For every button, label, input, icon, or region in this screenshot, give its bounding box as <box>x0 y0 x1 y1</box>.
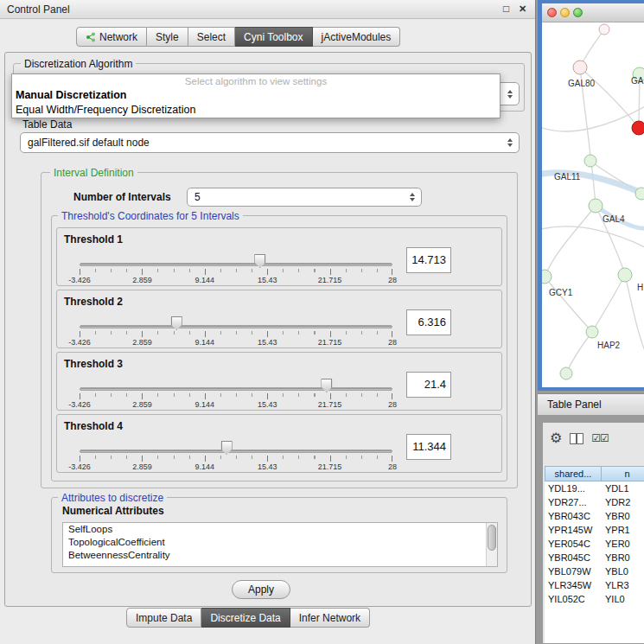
table-cell[interactable]: YIL052C <box>545 592 602 606</box>
network-node[interactable] <box>584 155 596 167</box>
tab-network[interactable]: Network <box>76 27 147 47</box>
network-node[interactable] <box>632 121 644 135</box>
column-header[interactable]: shared... <box>545 466 602 481</box>
table-panel-titlebar[interactable]: Table Panel <box>538 393 644 416</box>
table-cell[interactable]: YPR145W <box>545 523 602 537</box>
table-cell[interactable]: YER054C <box>545 537 602 551</box>
network-node[interactable] <box>589 199 603 213</box>
network-node[interactable] <box>618 268 632 282</box>
table-cell[interactable]: YBR0 <box>602 551 644 564</box>
network-node[interactable] <box>586 326 598 338</box>
network-view-window: GAL80GAGAL11GAL4GCY1HHAP2 <box>538 0 644 391</box>
tick-labels: -3.4262.8599.14415.4321.71528 <box>57 228 501 285</box>
tick-label: 15.43 <box>258 338 277 347</box>
control-panel-window: Control Panel □ ✕ Network Style Select C… <box>0 0 536 644</box>
table-data-combobox-value: galFiltered.sif default node <box>21 137 504 149</box>
table-row[interactable]: YBR045C YBR0 <box>545 551 644 564</box>
tab-infer-network[interactable]: Infer Network <box>290 608 370 628</box>
close-traffic-light-icon[interactable] <box>547 8 557 17</box>
network-node[interactable] <box>560 367 572 379</box>
tab-label: Infer Network <box>299 612 360 624</box>
apply-button[interactable]: Apply <box>232 580 290 599</box>
table-cell[interactable]: YBR043C <box>545 509 602 523</box>
table-row[interactable]: YIL052C YIL0 <box>545 592 644 606</box>
table-cell[interactable]: YLR345W <box>545 578 602 592</box>
scrollbar-thumb[interactable] <box>488 525 496 551</box>
scrollbar[interactable] <box>486 523 497 566</box>
tick-label: 15.43 <box>258 400 277 409</box>
control-panel-titlebar[interactable]: Control Panel □ ✕ <box>0 0 535 19</box>
table-cell[interactable]: YDL1 <box>602 481 644 495</box>
tab-select[interactable]: Select <box>188 27 235 47</box>
tick-label: -3.426 <box>68 338 91 347</box>
network-node[interactable] <box>573 61 587 74</box>
list-item[interactable]: SelfLoops <box>63 523 497 536</box>
tab-discretize-data[interactable]: Discretize Data <box>201 608 290 628</box>
list-item[interactable]: TopologicalCoefficient <box>63 536 497 549</box>
network-node[interactable] <box>542 270 552 284</box>
network-node[interactable] <box>599 24 609 35</box>
tab-label: Discretize Data <box>210 612 280 624</box>
table-body: YDL19... YDL1 YDR27... YDR2 YBR043C YBR0… <box>545 481 644 643</box>
combo-stepper-icon[interactable] <box>504 138 515 147</box>
table-panel-title: Table Panel <box>547 399 602 411</box>
table-row[interactable]: YDR27... YDR2 <box>545 495 644 509</box>
list-item[interactable]: BetweennessCentrality <box>63 549 497 562</box>
combo-stepper-icon[interactable] <box>406 193 418 201</box>
threshold-box: Threshold 4 11.344 -3.4262.8599.14415.43… <box>56 414 502 473</box>
network-node-label: GAL80 <box>568 79 596 88</box>
table-cell[interactable]: YBL079W <box>545 564 602 578</box>
table-row[interactable]: YLR345W YLR3 <box>545 578 644 592</box>
table-header-row: shared... n <box>545 466 644 481</box>
threshold-box: Threshold 1 14.713 -3.4262.8599.14415.43… <box>56 227 502 286</box>
gear-icon[interactable]: ⚙ <box>550 431 562 445</box>
columns-icon[interactable] <box>570 433 583 444</box>
network-node-label: GAL11 <box>554 172 581 182</box>
dropdown-option-manual[interactable]: Manual Discretization <box>12 88 500 103</box>
zoom-traffic-light-icon[interactable] <box>573 8 583 17</box>
table-row[interactable]: YBR043C YBR0 <box>545 509 644 523</box>
network-window-titlebar[interactable] <box>542 3 644 22</box>
table-data-combobox[interactable]: galFiltered.sif default node <box>20 132 520 153</box>
table-cell[interactable]: YPR1 <box>602 523 644 537</box>
table-cell[interactable]: YLR3 <box>602 578 644 592</box>
tab-jactivemodules[interactable]: jActiveModules <box>313 27 401 47</box>
network-view-inner: GAL80GAGAL11GAL4GCY1HHAP2 <box>542 3 644 387</box>
cyni-toolbox-panel: Discretization Algorithm Select algorith… <box>4 52 532 607</box>
table-cell[interactable]: YER0 <box>602 537 644 551</box>
numerical-attributes-label: Numerical Attributes <box>62 505 164 517</box>
table-cell[interactable]: YIL0 <box>602 592 644 606</box>
dropdown-option-equal-width[interactable]: Equal Width/Frequency Discretization <box>12 103 500 118</box>
float-window-icon[interactable]: □ <box>500 3 513 16</box>
thresholds-container: Threshold 1 14.713 -3.4262.8599.14415.43… <box>56 227 502 476</box>
tick-label: 2.859 <box>132 400 152 409</box>
network-node[interactable] <box>635 188 644 200</box>
table-cell[interactable]: YDR27... <box>545 495 602 509</box>
tick-label: 21.715 <box>318 276 342 284</box>
table-cell[interactable]: YBR045C <box>545 551 602 564</box>
tick-label: -3.426 <box>68 400 91 409</box>
tick-label: 2.859 <box>132 276 152 284</box>
select-columns-checkboxes-icon[interactable]: ☑☑ <box>591 433 609 443</box>
table-row[interactable]: YPR145W YPR1 <box>545 523 644 537</box>
table-cell[interactable]: YBR0 <box>602 509 644 523</box>
table-row[interactable]: YBL079W YBL0 <box>545 564 644 578</box>
table-row[interactable]: YER054C YER0 <box>545 537 644 551</box>
bottom-tab-bar: Impute Data Discretize Data Infer Networ… <box>126 608 370 628</box>
network-canvas[interactable]: GAL80GAGAL11GAL4GCY1HHAP2 <box>542 22 644 387</box>
minimize-traffic-light-icon[interactable] <box>560 8 570 17</box>
close-icon[interactable]: ✕ <box>516 3 529 16</box>
number-of-intervals-value: 5 <box>188 191 406 203</box>
tab-cyni-toolbox[interactable]: Cyni Toolbox <box>235 27 312 47</box>
combo-stepper-icon[interactable] <box>504 90 515 99</box>
column-header[interactable]: n <box>602 466 644 481</box>
table-row[interactable]: YDL19... YDL1 <box>545 481 644 495</box>
table-cell[interactable]: YDR2 <box>602 495 644 509</box>
table-cell[interactable]: YDL19... <box>545 481 602 495</box>
number-of-intervals-combobox[interactable]: 5 <box>187 188 422 207</box>
table-cell[interactable]: YBL0 <box>602 564 644 578</box>
numerical-attributes-list[interactable]: SelfLoopsTopologicalCoefficientBetweenne… <box>62 522 498 567</box>
interval-definition-legend: Interval Definition <box>50 167 137 179</box>
tab-style[interactable]: Style <box>147 27 188 47</box>
tab-impute-data[interactable]: Impute Data <box>126 608 201 628</box>
